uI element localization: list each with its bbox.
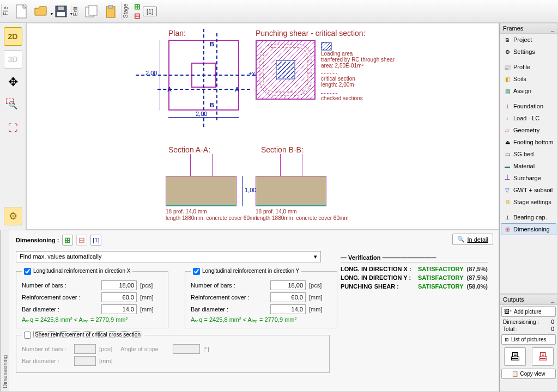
frames-item-bearing[interactable]: ⊥Bearing cap. bbox=[501, 211, 556, 223]
legend-checked-line bbox=[321, 93, 337, 94]
lower-header-label: Dimensioning : bbox=[16, 237, 59, 243]
dim-stage-button[interactable]: [1] bbox=[90, 235, 101, 246]
magnifier-icon: 🔍 bbox=[457, 236, 465, 243]
long-y-legend: Longitudinal reinforcement in direction … bbox=[202, 268, 299, 274]
diam-x-input[interactable] bbox=[101, 304, 137, 314]
print-button-2[interactable]: 🖶 bbox=[532, 347, 554, 366]
file-new-icon bbox=[16, 4, 28, 19]
svg-rect-5 bbox=[89, 5, 97, 15]
frames-panel: Frames_ 🗎Project ⚙Settings 📰Profile ◧Soi… bbox=[499, 23, 558, 294]
stage-add-button[interactable]: ⊞ bbox=[134, 2, 141, 11]
pan-button[interactable]: ✥ bbox=[4, 73, 22, 91]
dim-remove-button[interactable]: ⊟ bbox=[76, 235, 87, 246]
cover-x-input[interactable] bbox=[101, 292, 137, 302]
frames-item-load[interactable]: ↓Load - LC bbox=[501, 112, 556, 124]
frames-item-stage-settings[interactable]: ⧉Stage settings bbox=[501, 196, 556, 208]
print-button-1[interactable]: 🖶 bbox=[504, 347, 526, 366]
find-mode-combo[interactable]: Find max. values automatically▾ bbox=[16, 251, 321, 262]
profile-icon: 📰 bbox=[504, 63, 511, 71]
unit-mm4: [mm] bbox=[309, 306, 322, 313]
new-file-button[interactable] bbox=[13, 3, 31, 20]
frames-item-assign[interactable]: ▤Assign bbox=[501, 85, 556, 97]
frames-minimize[interactable]: _ bbox=[551, 25, 554, 32]
verification-box: — Verification ————————— LONG. IN DIRECT… bbox=[341, 254, 488, 292]
chevron-down-icon: ▾ bbox=[314, 253, 317, 260]
view-2d-button[interactable]: 2D bbox=[4, 27, 22, 46]
add-picture-button[interactable]: 🖼⁺Add picture bbox=[501, 307, 556, 317]
cover-y-input[interactable] bbox=[270, 292, 306, 302]
outputs-panel: Outputs_ 🖼⁺Add picture Dimensioning :0 T… bbox=[499, 294, 558, 392]
long-x-checkbox[interactable] bbox=[24, 268, 31, 275]
frames-item-dimensioning[interactable]: ⊞Dimensioning bbox=[501, 223, 556, 235]
num-bars-x-input[interactable] bbox=[101, 280, 137, 290]
unit-mm: [mm] bbox=[140, 294, 153, 301]
section-b-line bbox=[216, 33, 217, 120]
sec-a-info1: 18 prof. 14,0 mm bbox=[166, 209, 207, 215]
zoom-select-button[interactable]: 🔍 bbox=[4, 96, 22, 114]
sec-b-info2: length 1880mm, concrete cover 60mm bbox=[256, 215, 349, 221]
axis-x-label: +x bbox=[248, 70, 255, 77]
formula-x: Aᵣₑq = 2425,8 mm² < Aᵢₙₚ = 2770,9 mm² bbox=[22, 316, 162, 323]
sgbed-icon: ▭ bbox=[504, 150, 511, 158]
cover-x-label: Reinforcement cover : bbox=[22, 294, 98, 301]
diam-y-input[interactable] bbox=[270, 304, 306, 314]
save-button[interactable]: ▾ bbox=[52, 3, 70, 20]
material-icon: ▬ bbox=[504, 162, 511, 170]
add-picture-icon: 🖼⁺ bbox=[504, 309, 512, 315]
dim-add-button[interactable]: ⊞ bbox=[62, 235, 73, 246]
long-y-fieldset: Longitudinal reinforcement in direction … bbox=[185, 268, 337, 328]
settings-gear-button[interactable]: ⚙ bbox=[4, 207, 22, 225]
frames-item-profile[interactable]: 📰Profile bbox=[501, 61, 556, 73]
fit-view-button[interactable]: ⛶ bbox=[4, 119, 22, 137]
in-detail-button[interactable]: 🔍In detail bbox=[452, 234, 493, 245]
file-tab[interactable]: File bbox=[1, 4, 10, 17]
frames-item-settings[interactable]: ⚙Settings bbox=[501, 46, 556, 58]
long-x-legend: Longitudinal reinforcement in direction … bbox=[33, 268, 130, 274]
frames-item-material[interactable]: ▬Material bbox=[501, 160, 556, 172]
frames-item-foundation[interactable]: ⊥Foundation bbox=[501, 100, 556, 112]
section-a-fill bbox=[166, 176, 236, 206]
list-pictures-button[interactable]: 🗉List of pictures bbox=[501, 334, 556, 345]
floppy-icon bbox=[55, 5, 67, 17]
col-b-l bbox=[280, 154, 281, 176]
long-y-checkbox[interactable] bbox=[193, 268, 200, 275]
frames-item-surcharge[interactable]: 𝍥Surcharge bbox=[501, 172, 556, 184]
stage-tab[interactable]: Stage bbox=[121, 2, 130, 20]
col-b-r bbox=[302, 154, 302, 176]
stage-number[interactable]: [1] bbox=[143, 7, 157, 16]
mark-a-left: A bbox=[167, 86, 172, 93]
frames-item-geometry[interactable]: ▱Geometry bbox=[501, 124, 556, 136]
dimensioning-tab[interactable]: Dimensioning bbox=[1, 230, 9, 391]
copy-button[interactable] bbox=[83, 3, 100, 20]
list-icon: 🗉 bbox=[504, 336, 510, 342]
dim-horizontal-value: 2,00 bbox=[196, 111, 207, 117]
num-bars-y-input[interactable] bbox=[270, 280, 306, 290]
copy-view-button[interactable]: 📋Copy view bbox=[501, 369, 556, 379]
paste-button[interactable] bbox=[102, 3, 120, 20]
outputs-minimize[interactable]: _ bbox=[551, 296, 554, 303]
stage-remove-button[interactable]: ⊟ bbox=[134, 11, 141, 20]
main-toolbar: File ▾ ▾ Edit Stage ⊞ ⊟ [1] bbox=[0, 0, 558, 23]
edit-tab[interactable]: Edit bbox=[71, 4, 80, 18]
svg-rect-10 bbox=[277, 62, 294, 78]
frames-item-soils[interactable]: ◧Soils bbox=[501, 73, 556, 85]
frames-title: Frames_ bbox=[500, 23, 557, 34]
view-3d-button[interactable]: 3D bbox=[4, 50, 22, 69]
shear-checkbox[interactable] bbox=[24, 332, 31, 339]
open-file-button[interactable]: ▾ bbox=[33, 3, 50, 20]
legend-loading-area: Loading area bbox=[321, 51, 353, 57]
frames-item-footing-bottom[interactable]: ⏏Footing bottom bbox=[501, 136, 556, 148]
sec-depth-line bbox=[242, 176, 243, 206]
drawing-canvas[interactable]: Plan: +x A A B B 2,00 2,00 Punching shea… bbox=[26, 23, 499, 230]
sec-a-info2: length 1880mm, concrete cover 60mm bbox=[166, 215, 259, 221]
frames-item-project[interactable]: 🗎Project bbox=[501, 34, 556, 46]
frames-item-sg-bed[interactable]: ▭SG bed bbox=[501, 148, 556, 160]
unit-mm3: [mm] bbox=[309, 294, 322, 301]
svg-rect-13 bbox=[322, 42, 331, 50]
dim-v-line bbox=[160, 40, 160, 111]
dim-h-line bbox=[168, 117, 239, 118]
move-icon: ✥ bbox=[8, 75, 18, 89]
foundation-icon: ⊥ bbox=[504, 102, 511, 110]
mark-a-right: A bbox=[235, 86, 239, 93]
frames-item-gwt[interactable]: ▽GWT + subsoil bbox=[501, 184, 556, 196]
